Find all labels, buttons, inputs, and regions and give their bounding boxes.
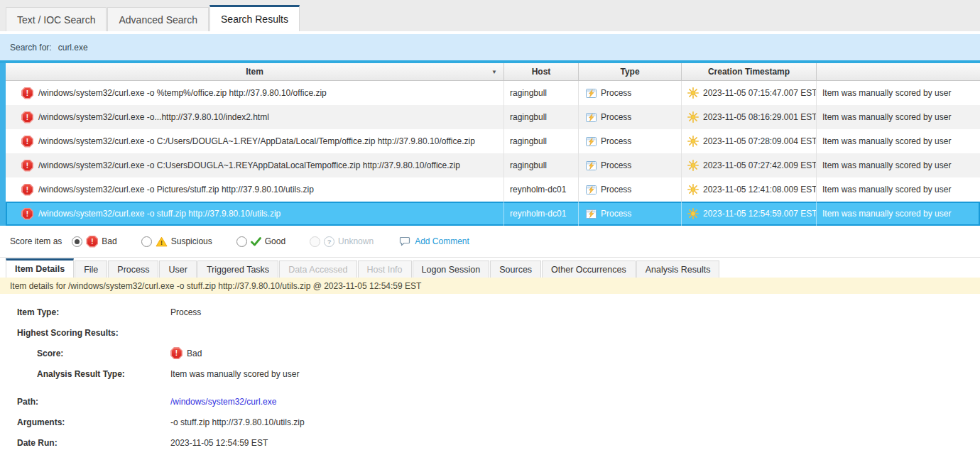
score-bad-icon-glyph: !	[172, 349, 182, 358]
result-row[interactable]: ! /windows/system32/curl.exe -o C:UsersD…	[6, 153, 980, 177]
path-link[interactable]: /windows/system32/curl.exe	[170, 397, 276, 407]
column-header-host[interactable]: Host	[504, 63, 579, 80]
column-header-score-note[interactable]	[817, 63, 980, 80]
column-header-item[interactable]: Item ▼	[6, 63, 504, 80]
detail-tab-label: File	[84, 265, 98, 275]
warning-triangle-icon: !	[156, 236, 168, 247]
type-text: Process	[601, 136, 631, 146]
score-note-text: Item was manually scored by user	[822, 112, 951, 122]
main-tab[interactable]: Text / IOC Search	[6, 7, 107, 31]
item-text: /windows/system32/curl.exe -o stuff.zip …	[38, 209, 281, 219]
arguments-label: Arguments:	[17, 417, 170, 427]
host-text: reynholm-dc01	[510, 209, 566, 219]
detail-row-highest-scoring: Highest Scoring Results:	[17, 328, 980, 349]
detail-tab[interactable]: Triggered Tasks	[197, 261, 278, 278]
score-item-as-label: Score item as	[10, 236, 62, 246]
score-note-cell: Item was manually scored by user	[817, 177, 980, 202]
bad-score-icon: !	[21, 87, 33, 99]
item-cell: ! /windows/system32/curl.exe -o C:UsersD…	[6, 153, 504, 177]
column-header-type-label: Type	[620, 67, 639, 77]
radio-unknown[interactable]	[310, 236, 320, 247]
score-option-good-label: Good	[265, 236, 285, 246]
main-tab-bar: Text / IOC Search Advanced Search Search…	[0, 0, 980, 31]
detail-tab[interactable]: Other Occurrences	[542, 261, 636, 278]
detail-tab-label: User	[168, 265, 187, 275]
type-cell: Process	[579, 105, 682, 129]
item-cell: ! /windows/system32/curl.exe -o Pictures…	[6, 177, 504, 202]
item-cell: ! /windows/system32/curl.exe -o C:/Users…	[6, 129, 504, 153]
score-note-text: Item was manually scored by user	[822, 209, 951, 219]
process-icon	[586, 137, 597, 146]
add-comment-button[interactable]: Add Comment	[399, 236, 469, 246]
column-header-host-label: Host	[532, 67, 551, 77]
item-cell: ! /windows/system32/curl.exe -o stuff.zi…	[6, 202, 504, 226]
host-cell: ragingbull	[504, 129, 579, 153]
score-option-bad[interactable]: ! Bad	[72, 236, 116, 248]
type-text: Process	[601, 160, 631, 170]
detail-tab[interactable]: Item Details	[6, 258, 74, 278]
result-row[interactable]: ! /windows/system32/curl.exe -o Pictures…	[6, 177, 980, 202]
column-header-timestamp[interactable]: Creation Timestamp	[682, 63, 817, 80]
main-tab-label: Search Results	[221, 13, 288, 25]
detail-tab-label: Host Info	[367, 265, 403, 275]
comment-bubble-icon	[399, 236, 410, 246]
detail-tab-label: Data Accessed	[288, 265, 347, 275]
score-option-good[interactable]: Good	[236, 236, 285, 247]
path-label: Path:	[17, 397, 170, 407]
bad-score-icon: !	[21, 184, 33, 196]
type-cell: Process	[579, 202, 682, 226]
timestamp-cell: 2023-11-05 12:54:59.007 EST	[682, 202, 817, 226]
process-icon	[586, 209, 597, 219]
detail-tab[interactable]: Logon Session	[413, 261, 490, 278]
main-tab[interactable]: Advanced Search	[107, 7, 209, 31]
item-text: /windows/system32/curl.exe -o C:UsersDOU…	[38, 160, 460, 170]
detail-tab[interactable]: Process	[108, 261, 158, 278]
timestamp-cell: 2023-11-05 07:27:42.009 EST	[682, 153, 817, 177]
score-value: ! Bad	[170, 347, 202, 359]
timestamp-cell: 2023-11-05 07:28:09.004 EST	[682, 129, 817, 153]
detail-tab[interactable]: User	[159, 261, 196, 278]
detail-tab[interactable]: Host Info	[358, 261, 412, 278]
timestamp-sun-icon	[687, 87, 699, 99]
result-row[interactable]: ! /windows/system32/curl.exe -o stuff.zi…	[6, 202, 980, 226]
item-details-panel: Item Type: Process Highest Scoring Resul…	[0, 294, 980, 455]
radio-good[interactable]	[236, 236, 247, 247]
process-icon	[586, 113, 597, 122]
detail-row-score: Score: ! Bad	[17, 349, 980, 369]
score-option-unknown[interactable]: ? Unknown	[310, 236, 374, 247]
score-value-text: Bad	[187, 349, 202, 358]
result-row[interactable]: ! /windows/system32/curl.exe -o %temp%/o…	[6, 81, 980, 105]
result-row[interactable]: ! /windows/system32/curl.exe -o...http:/…	[6, 105, 980, 129]
detail-tab-label: Item Details	[15, 264, 65, 274]
item-cell: ! /windows/system32/curl.exe -o %temp%/o…	[6, 81, 504, 105]
column-header-type[interactable]: Type	[579, 63, 682, 80]
type-text: Process	[601, 88, 631, 98]
host-cell: reynholm-dc01	[504, 202, 579, 226]
score-option-unknown-label: Unknown	[338, 236, 374, 246]
result-row[interactable]: ! /windows/system32/curl.exe -o C:/Users…	[6, 129, 980, 153]
bad-score-icon-glyph: !	[23, 185, 33, 194]
host-text: ragingbull	[510, 88, 547, 98]
detail-tab[interactable]: File	[75, 261, 107, 278]
host-cell: reynholm-dc01	[504, 177, 579, 202]
type-text: Process	[601, 112, 631, 122]
detail-tab-label: Triggered Tasks	[207, 265, 269, 275]
timestamp-cell: 2023-11-05 08:16:29.001 EST	[682, 105, 817, 129]
sort-arrow-icon[interactable]: ▼	[491, 69, 497, 75]
timestamp-text: 2023-11-05 12:41:08.009 EST	[703, 185, 817, 194]
detail-tab[interactable]: Sources	[490, 261, 541, 278]
type-cell: Process	[579, 129, 682, 153]
score-option-suspicious[interactable]: ! Suspicious	[141, 236, 212, 247]
detail-tab[interactable]: Data Accessed	[279, 261, 356, 278]
radio-suspicious[interactable]	[141, 236, 152, 247]
score-note-text: Item was manually scored by user	[822, 160, 951, 170]
host-text: reynholm-dc01	[510, 185, 566, 194]
main-tab[interactable]: Search Results	[209, 5, 300, 31]
detail-tab[interactable]: Analysis Results	[636, 261, 720, 278]
score-option-suspicious-label: Suspicious	[171, 236, 212, 246]
timestamp-cell: 2023-11-05 12:41:08.009 EST	[682, 177, 817, 202]
main-tab-label: Text / IOC Search	[17, 14, 95, 26]
detail-tab-label: Sources	[499, 265, 532, 275]
column-header-timestamp-label: Creation Timestamp	[708, 67, 790, 77]
radio-bad[interactable]	[72, 236, 82, 247]
